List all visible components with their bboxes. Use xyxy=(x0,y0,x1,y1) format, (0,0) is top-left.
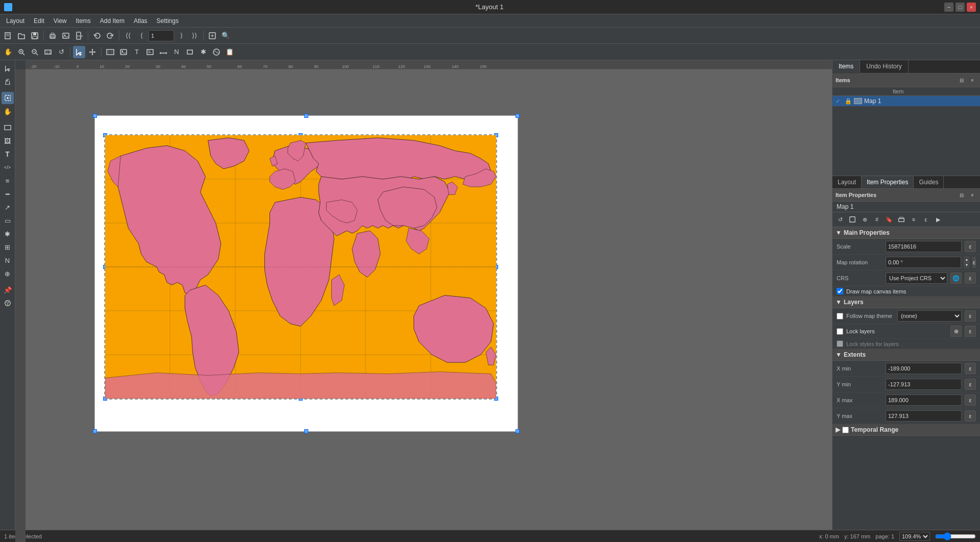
pin-tool[interactable]: 📌 xyxy=(2,284,14,296)
refresh-button[interactable]: ↺ xyxy=(55,46,67,58)
temporal-header[interactable]: ▶ Temporal Range xyxy=(832,424,980,436)
xmin-expression-button[interactable]: ε xyxy=(965,363,976,374)
canvas-scroll[interactable] xyxy=(26,69,832,530)
lock-layers-checkbox[interactable] xyxy=(837,328,843,335)
tab-guides[interactable]: Guides xyxy=(914,176,944,188)
nav-prev-button[interactable]: ⟨ xyxy=(135,30,148,42)
new-layout-button[interactable] xyxy=(2,30,14,42)
select-item-tool[interactable] xyxy=(2,92,14,104)
temporal-checkbox[interactable] xyxy=(842,427,849,433)
atlas-tools-button[interactable]: 📋 xyxy=(224,46,236,58)
lock-styles-checkbox[interactable] xyxy=(837,340,843,347)
nav-last-button[interactable]: ⟩⟩ xyxy=(188,30,201,42)
export-image-button[interactable] xyxy=(60,30,72,42)
extents-header[interactable]: ▼ Extents xyxy=(832,349,980,361)
rotation-expression-button[interactable]: ε xyxy=(972,257,976,268)
add-map-button[interactable] xyxy=(104,46,116,58)
add-image-button[interactable] xyxy=(117,46,130,58)
tab-undo-history[interactable]: Undo History xyxy=(860,60,908,73)
overviews-button[interactable]: ⊕ xyxy=(859,214,870,225)
undo-button[interactable] xyxy=(91,30,103,42)
redo-button[interactable] xyxy=(104,30,116,42)
expressions-button[interactable]: ε xyxy=(920,214,932,225)
crs-expression-button[interactable]: ε xyxy=(965,273,976,284)
open-button[interactable] xyxy=(15,30,28,42)
item-row-map1[interactable]: ✓ 🔒 Map 1 xyxy=(832,96,980,107)
add-text-tool[interactable]: T xyxy=(2,148,14,160)
layers-panel-button[interactable]: ≡ xyxy=(908,214,919,225)
zoom-select[interactable]: 109.4% xyxy=(899,532,930,541)
props-collapse-button[interactable]: ⊟ xyxy=(957,190,966,200)
zoom-in-tb-button[interactable] xyxy=(15,46,28,58)
minimize-button[interactable]: − xyxy=(944,3,953,12)
add-image-tool[interactable]: 🖼 xyxy=(2,135,14,147)
zoom-out-tb-button[interactable] xyxy=(29,46,41,58)
nav-first-button[interactable]: ⟨⟨ xyxy=(122,30,134,42)
lock-layers-expression-button[interactable]: ⊕ xyxy=(950,326,962,337)
rotation-up-button[interactable]: ▲ xyxy=(964,257,969,262)
item-visible-check[interactable]: ✓ xyxy=(836,98,843,105)
menu-atlas[interactable]: Atlas xyxy=(130,16,152,26)
menu-settings[interactable]: Settings xyxy=(153,16,183,26)
menu-edit[interactable]: Edit xyxy=(30,16,48,26)
crs-select-button[interactable]: 🌐 xyxy=(950,273,962,284)
ymax-input[interactable] xyxy=(886,410,962,422)
add-north-arrow-tool[interactable]: N xyxy=(2,254,14,266)
follow-theme-checkbox[interactable] xyxy=(837,313,843,319)
atlases-button[interactable] xyxy=(896,214,907,225)
add-scalebar-tool[interactable]: ━ xyxy=(2,188,14,200)
atlas-settings-button[interactable] xyxy=(210,46,223,58)
menu-layout[interactable]: Layout xyxy=(2,16,29,26)
menu-items[interactable]: Items xyxy=(72,16,95,26)
zoom-full-button[interactable] xyxy=(206,30,218,42)
nav-next-button[interactable]: ⟩ xyxy=(175,30,187,42)
ymin-expression-button[interactable]: ε xyxy=(965,379,976,390)
lock-layers-btn2[interactable]: ε xyxy=(965,326,976,337)
save-button[interactable] xyxy=(29,30,41,42)
add-marker-tool[interactable]: ✱ xyxy=(2,228,14,240)
draw-canvas-checkbox[interactable] xyxy=(837,288,843,294)
add-plugin-tool[interactable]: ⊕ xyxy=(2,267,14,280)
add-map-tool[interactable] xyxy=(2,121,14,134)
move-item-button[interactable] xyxy=(86,46,99,58)
update-preview-button[interactable] xyxy=(847,214,858,225)
map-container[interactable] xyxy=(104,134,497,400)
add-legend-tool[interactable]: ≡ xyxy=(2,175,14,187)
add-shape-button[interactable] xyxy=(184,46,196,58)
add-html-tool[interactable]: </> xyxy=(2,161,14,174)
select-tool[interactable] xyxy=(2,62,14,75)
add-table-tool[interactable]: ⊞ xyxy=(2,241,14,253)
grids-button[interactable]: # xyxy=(871,214,883,225)
add-arrow-tool[interactable]: ↗ xyxy=(2,201,14,213)
zoom-in-button[interactable]: 🔍 xyxy=(219,30,232,42)
print-button[interactable] xyxy=(46,30,59,42)
menu-view[interactable]: View xyxy=(50,16,71,26)
map-theme-select[interactable]: (none) xyxy=(897,310,962,322)
xmax-expression-button[interactable]: ε xyxy=(965,395,976,406)
tab-item-properties[interactable]: Item Properties xyxy=(862,176,914,188)
tab-layout-props[interactable]: Layout xyxy=(832,176,862,188)
main-properties-header[interactable]: ▼ Main Properties xyxy=(832,227,980,239)
select-button[interactable] xyxy=(73,46,85,58)
menu-add-item[interactable]: Add Item xyxy=(96,16,129,26)
rotation-down-button[interactable]: ▼ xyxy=(964,262,969,268)
scale-expression-button[interactable]: ε xyxy=(965,241,976,252)
items-close-button[interactable]: × xyxy=(968,76,977,85)
scale-input[interactable]: 158718616 xyxy=(886,241,962,252)
refresh-map-button[interactable]: ↺ xyxy=(835,214,846,225)
add-north-arrow-button[interactable]: N xyxy=(170,46,183,58)
add-legend-button[interactable] xyxy=(144,46,156,58)
pan-content-tool[interactable]: ✋ xyxy=(2,105,14,117)
props-close-button[interactable]: × xyxy=(968,190,977,200)
page-input[interactable]: 1 xyxy=(149,30,174,41)
add-shape-tool[interactable]: ▭ xyxy=(2,214,14,227)
export-pdf-button[interactable]: PDF xyxy=(73,30,85,42)
map-rotation-input[interactable] xyxy=(886,257,961,268)
zoom-slider[interactable] xyxy=(935,532,976,540)
theme-expression-button[interactable]: ε xyxy=(965,310,976,322)
tab-items[interactable]: Items xyxy=(832,60,860,73)
close-button[interactable]: × xyxy=(967,3,976,12)
add-scalebar-button[interactable] xyxy=(157,46,169,58)
preview-button[interactable]: ▶ xyxy=(933,214,944,225)
color-picker-tool[interactable] xyxy=(2,297,14,309)
